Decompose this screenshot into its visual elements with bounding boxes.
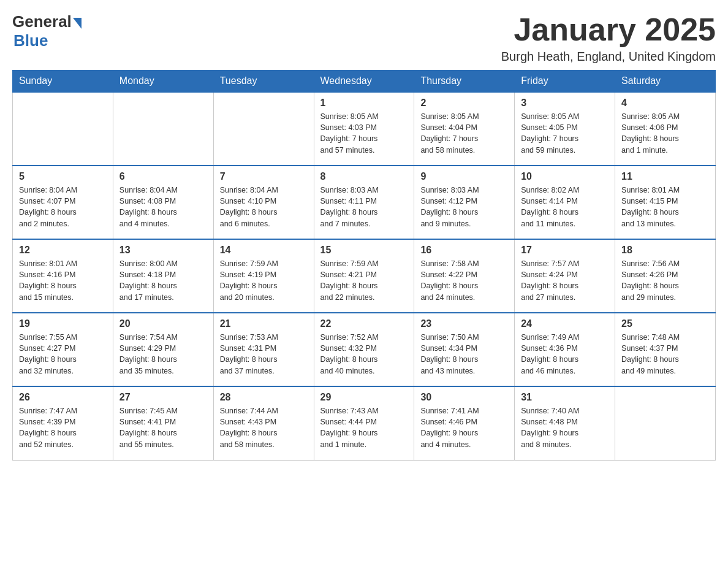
day-number: 16 xyxy=(420,245,508,256)
day-number: 31 xyxy=(521,392,609,403)
day-number: 21 xyxy=(220,318,308,329)
calendar-cell: 29Sunrise: 7:43 AMSunset: 4:44 PMDayligh… xyxy=(314,386,414,460)
day-info: Sunrise: 7:41 AMSunset: 4:46 PMDaylight:… xyxy=(420,405,508,450)
calendar-cell: 1Sunrise: 8:05 AMSunset: 4:03 PMDaylight… xyxy=(314,92,414,166)
day-header-tuesday: Tuesday xyxy=(213,71,314,93)
day-info: Sunrise: 8:04 AMSunset: 4:07 PMDaylight:… xyxy=(19,185,107,229)
day-number: 2 xyxy=(420,98,508,109)
logo-general-text: General xyxy=(12,12,72,31)
day-info: Sunrise: 8:04 AMSunset: 4:10 PMDaylight:… xyxy=(220,185,308,229)
calendar-cell: 30Sunrise: 7:41 AMSunset: 4:46 PMDayligh… xyxy=(414,386,515,460)
calendar-cell: 9Sunrise: 8:03 AMSunset: 4:12 PMDaylight… xyxy=(414,166,515,239)
day-number: 20 xyxy=(119,318,207,329)
day-info: Sunrise: 7:48 AMSunset: 4:37 PMDaylight:… xyxy=(621,332,709,377)
location-text: Burgh Heath, England, United Kingdom xyxy=(501,50,716,64)
calendar-cell: 16Sunrise: 7:58 AMSunset: 4:22 PMDayligh… xyxy=(414,239,515,313)
calendar-cell: 19Sunrise: 7:55 AMSunset: 4:27 PMDayligh… xyxy=(13,313,113,386)
day-number: 23 xyxy=(420,318,508,329)
day-number: 3 xyxy=(521,98,609,109)
day-info: Sunrise: 8:01 AMSunset: 4:15 PMDaylight:… xyxy=(621,185,709,229)
calendar-table: SundayMondayTuesdayWednesdayThursdayFrid… xyxy=(12,70,716,461)
day-info: Sunrise: 7:43 AMSunset: 4:44 PMDaylight:… xyxy=(320,405,408,450)
day-number: 8 xyxy=(320,171,408,182)
title-area: January 2025 Burgh Heath, England, Unite… xyxy=(501,12,716,64)
day-info: Sunrise: 8:04 AMSunset: 4:08 PMDaylight:… xyxy=(119,185,207,229)
calendar-cell: 5Sunrise: 8:04 AMSunset: 4:07 PMDaylight… xyxy=(13,166,113,239)
day-number: 13 xyxy=(119,245,207,256)
day-info: Sunrise: 7:49 AMSunset: 4:36 PMDaylight:… xyxy=(521,332,609,377)
day-info: Sunrise: 8:03 AMSunset: 4:12 PMDaylight:… xyxy=(420,185,508,229)
calendar-cell: 10Sunrise: 8:02 AMSunset: 4:14 PMDayligh… xyxy=(515,166,615,239)
day-info: Sunrise: 8:00 AMSunset: 4:18 PMDaylight:… xyxy=(119,258,207,303)
day-number: 27 xyxy=(119,392,207,403)
day-number: 6 xyxy=(119,171,207,182)
calendar-cell: 8Sunrise: 8:03 AMSunset: 4:11 PMDaylight… xyxy=(314,166,414,239)
calendar-cell: 25Sunrise: 7:48 AMSunset: 4:37 PMDayligh… xyxy=(615,313,716,386)
calendar-cell: 23Sunrise: 7:50 AMSunset: 4:34 PMDayligh… xyxy=(414,313,515,386)
calendar-cell: 4Sunrise: 8:05 AMSunset: 4:06 PMDaylight… xyxy=(615,92,716,166)
calendar-cell xyxy=(13,92,113,166)
day-info: Sunrise: 8:05 AMSunset: 4:05 PMDaylight:… xyxy=(521,111,609,156)
day-number: 14 xyxy=(220,245,308,256)
calendar-cell xyxy=(113,92,213,166)
day-number: 11 xyxy=(621,171,709,182)
calendar-cell: 17Sunrise: 7:57 AMSunset: 4:24 PMDayligh… xyxy=(515,239,615,313)
day-info: Sunrise: 7:54 AMSunset: 4:29 PMDaylight:… xyxy=(119,332,207,377)
calendar-cell: 31Sunrise: 7:40 AMSunset: 4:48 PMDayligh… xyxy=(515,386,615,460)
day-number: 26 xyxy=(19,392,107,403)
calendar-cell: 3Sunrise: 8:05 AMSunset: 4:05 PMDaylight… xyxy=(515,92,615,166)
calendar-cell: 2Sunrise: 8:05 AMSunset: 4:04 PMDaylight… xyxy=(414,92,515,166)
day-info: Sunrise: 8:05 AMSunset: 4:06 PMDaylight:… xyxy=(621,111,709,156)
day-number: 17 xyxy=(521,245,609,256)
day-number: 9 xyxy=(420,171,508,182)
calendar-week-row: 12Sunrise: 8:01 AMSunset: 4:16 PMDayligh… xyxy=(13,239,716,313)
calendar-cell xyxy=(213,92,314,166)
day-header-wednesday: Wednesday xyxy=(314,71,414,93)
day-info: Sunrise: 7:44 AMSunset: 4:43 PMDaylight:… xyxy=(220,405,308,450)
day-number: 18 xyxy=(621,245,709,256)
day-info: Sunrise: 7:45 AMSunset: 4:41 PMDaylight:… xyxy=(119,405,207,450)
logo-triangle-icon xyxy=(73,18,82,29)
calendar-cell: 26Sunrise: 7:47 AMSunset: 4:39 PMDayligh… xyxy=(13,386,113,460)
calendar-cell: 18Sunrise: 7:56 AMSunset: 4:26 PMDayligh… xyxy=(615,239,716,313)
calendar-cell: 12Sunrise: 8:01 AMSunset: 4:16 PMDayligh… xyxy=(13,239,113,313)
day-number: 5 xyxy=(19,171,107,182)
calendar-header-row: SundayMondayTuesdayWednesdayThursdayFrid… xyxy=(13,71,716,93)
day-header-sunday: Sunday xyxy=(13,71,113,93)
calendar-week-row: 26Sunrise: 7:47 AMSunset: 4:39 PMDayligh… xyxy=(13,386,716,460)
calendar-cell: 20Sunrise: 7:54 AMSunset: 4:29 PMDayligh… xyxy=(113,313,213,386)
day-info: Sunrise: 8:02 AMSunset: 4:14 PMDaylight:… xyxy=(521,185,609,229)
day-header-saturday: Saturday xyxy=(615,71,716,93)
calendar-cell xyxy=(615,386,716,460)
calendar-cell: 6Sunrise: 8:04 AMSunset: 4:08 PMDaylight… xyxy=(113,166,213,239)
calendar-week-row: 5Sunrise: 8:04 AMSunset: 4:07 PMDaylight… xyxy=(13,166,716,239)
day-info: Sunrise: 7:47 AMSunset: 4:39 PMDaylight:… xyxy=(19,405,107,450)
calendar-cell: 28Sunrise: 7:44 AMSunset: 4:43 PMDayligh… xyxy=(213,386,314,460)
day-info: Sunrise: 8:05 AMSunset: 4:04 PMDaylight:… xyxy=(420,111,508,156)
day-info: Sunrise: 7:56 AMSunset: 4:26 PMDaylight:… xyxy=(621,258,709,303)
day-info: Sunrise: 7:50 AMSunset: 4:34 PMDaylight:… xyxy=(420,332,508,377)
day-number: 1 xyxy=(320,98,408,109)
day-number: 10 xyxy=(521,171,609,182)
calendar-cell: 27Sunrise: 7:45 AMSunset: 4:41 PMDayligh… xyxy=(113,386,213,460)
calendar-cell: 14Sunrise: 7:59 AMSunset: 4:19 PMDayligh… xyxy=(213,239,314,313)
calendar-week-row: 19Sunrise: 7:55 AMSunset: 4:27 PMDayligh… xyxy=(13,313,716,386)
day-number: 22 xyxy=(320,318,408,329)
day-info: Sunrise: 7:53 AMSunset: 4:31 PMDaylight:… xyxy=(220,332,308,377)
day-number: 7 xyxy=(220,171,308,182)
day-info: Sunrise: 7:40 AMSunset: 4:48 PMDaylight:… xyxy=(521,405,609,450)
calendar-cell: 24Sunrise: 7:49 AMSunset: 4:36 PMDayligh… xyxy=(515,313,615,386)
day-number: 30 xyxy=(420,392,508,403)
day-number: 28 xyxy=(220,392,308,403)
day-info: Sunrise: 7:55 AMSunset: 4:27 PMDaylight:… xyxy=(19,332,107,377)
day-info: Sunrise: 7:58 AMSunset: 4:22 PMDaylight:… xyxy=(420,258,508,303)
day-info: Sunrise: 7:52 AMSunset: 4:32 PMDaylight:… xyxy=(320,332,408,377)
calendar-cell: 15Sunrise: 7:59 AMSunset: 4:21 PMDayligh… xyxy=(314,239,414,313)
logo: General Blue xyxy=(12,12,82,50)
day-number: 12 xyxy=(19,245,107,256)
day-info: Sunrise: 7:59 AMSunset: 4:19 PMDaylight:… xyxy=(220,258,308,303)
day-info: Sunrise: 8:01 AMSunset: 4:16 PMDaylight:… xyxy=(19,258,107,303)
day-number: 4 xyxy=(621,98,709,109)
logo-blue-text: Blue xyxy=(13,31,48,50)
day-info: Sunrise: 8:05 AMSunset: 4:03 PMDaylight:… xyxy=(320,111,408,156)
